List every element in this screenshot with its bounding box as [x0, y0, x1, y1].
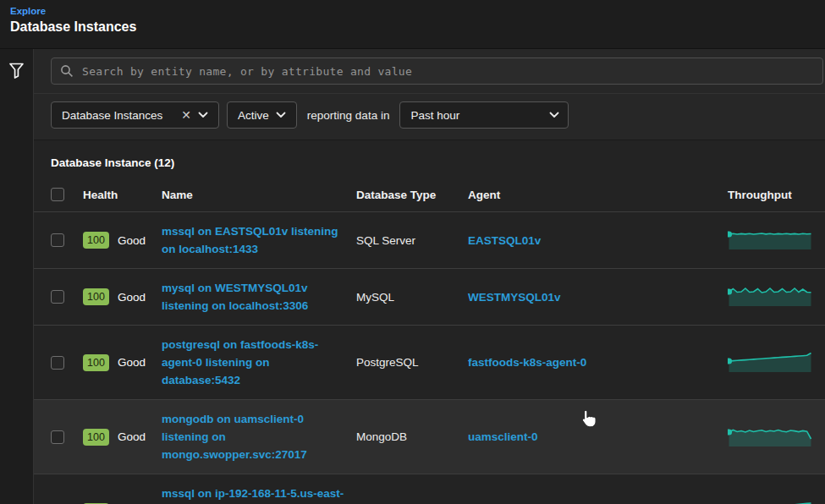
instance-name-link[interactable]: mssql on EASTSQL01v listening on localho…	[162, 225, 338, 255]
table-body: 100 Good mssql on EASTSQL01v listening o…	[34, 211, 825, 504]
health-label: Good	[118, 356, 146, 369]
chevron-down-icon[interactable]	[276, 112, 286, 118]
status-filter-pill[interactable]: Active	[227, 101, 297, 129]
health-score-badge: 100	[83, 232, 109, 249]
chevron-down-icon[interactable]	[198, 112, 208, 118]
instance-name-link[interactable]: mysql on WESTMYSQL01v listening on local…	[162, 282, 308, 312]
agent-link[interactable]: fastfoods-k8s-agent-0	[468, 353, 728, 371]
table-row[interactable]: 100 Good mongodb on uamsclient-0 listeni…	[34, 399, 825, 474]
table-row[interactable]: 100 Good mysql on WESTMYSQL01v listening…	[34, 268, 825, 325]
row-checkbox[interactable]	[51, 430, 64, 444]
column-header-database-type[interactable]: Database Type	[356, 189, 468, 201]
search-input[interactable]	[51, 58, 823, 85]
database-type: SQL Server	[356, 234, 468, 247]
entity-type-filter-pill[interactable]: Database Instances ✕	[51, 101, 219, 129]
row-checkbox[interactable]	[51, 233, 64, 247]
entity-table-section: Database Instance (12) Health Name Datab…	[34, 140, 825, 504]
table-title: Database Instance (12)	[34, 140, 825, 181]
table-row[interactable]: 100 Good postgresql on fastfoods-k8s-age…	[34, 325, 825, 399]
health-score-badge: 100	[83, 429, 109, 446]
throughput-sparkline	[728, 425, 825, 450]
column-header-agent[interactable]: Agent	[468, 189, 728, 201]
agent-link[interactable]: uamsclient-0	[468, 428, 728, 446]
throughput-sparkline	[728, 284, 825, 310]
search-icon	[60, 64, 74, 78]
searchbox	[51, 58, 823, 85]
database-type: PostgreSQL	[356, 356, 468, 369]
time-range-label: Past hour	[410, 109, 459, 122]
health-label: Good	[118, 430, 146, 443]
content: Database Instances ✕ Active reporting da…	[0, 48, 825, 504]
page-header: Explore Database Instances	[0, 0, 825, 48]
column-header-name[interactable]: Name	[162, 189, 356, 201]
search-row	[34, 49, 825, 94]
column-header-throughput[interactable]: Throughput	[728, 189, 825, 201]
row-checkbox[interactable]	[51, 290, 64, 304]
table-row[interactable]: 100 Good mssql on EASTSQL01v listening o…	[34, 211, 825, 268]
instance-name-link[interactable]: mssql on ip-192-168-11-5.us-east-2.compu…	[162, 487, 344, 504]
column-header-health[interactable]: Health	[83, 189, 162, 201]
breadcrumb[interactable]: Explore	[10, 6, 815, 16]
instance-name-link[interactable]: mongodb on uamsclient-0 listening on mon…	[162, 413, 307, 461]
agent-link[interactable]: WESTMYSQL01v	[468, 288, 728, 306]
health-score-badge: 100	[83, 288, 109, 305]
database-type: MySQL	[356, 291, 468, 304]
status-filter-label: Active	[238, 109, 269, 122]
main-panel: Database Instances ✕ Active reporting da…	[34, 49, 825, 504]
reporting-data-in-text: reporting data in	[307, 109, 390, 122]
table-header-row: Health Name Database Type Agent Throughp…	[34, 181, 825, 211]
filter-funnel-icon[interactable]	[8, 62, 25, 79]
throughput-sparkline	[728, 499, 825, 504]
chevron-down-icon	[549, 112, 559, 118]
left-sidebar	[0, 49, 34, 504]
select-all-checkbox[interactable]	[51, 188, 64, 201]
entity-type-filter-label: Database Instances	[62, 109, 162, 122]
database-type: MongoDB	[356, 430, 468, 443]
page-title: Database Instances	[10, 19, 815, 35]
health-label: Good	[118, 291, 146, 304]
health-cell: 100 Good	[83, 354, 162, 371]
health-score-badge: 100	[83, 354, 109, 371]
throughput-sparkline	[728, 227, 825, 253]
health-cell: 100 Good	[83, 429, 162, 446]
instance-name-link[interactable]: postgresql on fastfoods-k8s-agent-0 list…	[162, 338, 318, 386]
health-cell: 100 Good	[83, 232, 162, 249]
agent-link[interactable]: EASTSQL01v	[468, 232, 728, 249]
remove-filter-icon[interactable]: ✕	[181, 108, 191, 122]
throughput-sparkline	[728, 350, 825, 375]
time-range-select[interactable]: Past hour	[399, 101, 569, 129]
health-cell: 100 Good	[83, 288, 162, 305]
filter-row: Database Instances ✕ Active reporting da…	[34, 94, 825, 140]
table-row[interactable]: 100 Good mssql on ip-192-168-11-5.us-eas…	[34, 474, 825, 504]
row-checkbox[interactable]	[51, 356, 64, 370]
health-label: Good	[118, 234, 146, 247]
